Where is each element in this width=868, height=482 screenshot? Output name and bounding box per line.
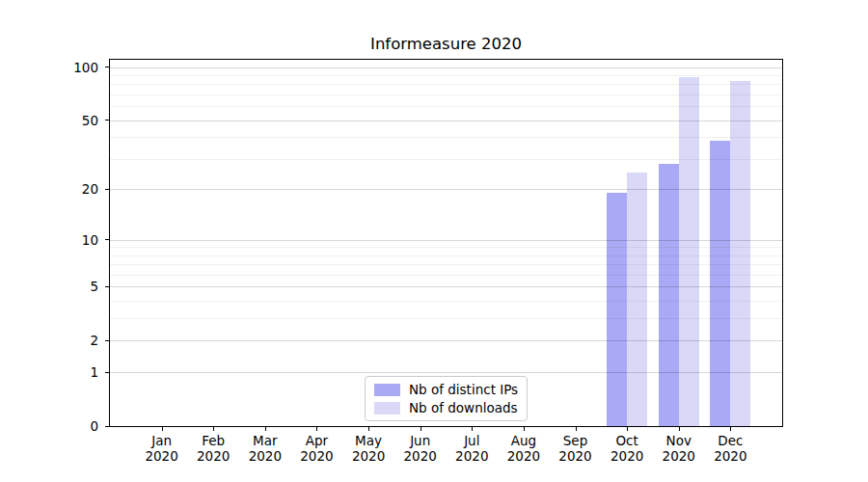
x-tick-label-jun: Jun 2020: [393, 433, 448, 464]
y-tick-mark: [105, 340, 109, 341]
nb-of-distinct-ips-bar-nov: [659, 164, 679, 426]
x-tick-label-apr: Apr 2020: [289, 433, 343, 464]
y-tick-mark: [105, 120, 109, 120]
x-tick-mark: [524, 427, 525, 431]
x-tick-mark: [472, 427, 473, 431]
x-tick-mark: [576, 427, 577, 431]
x-tick-label-may: May 2020: [341, 433, 395, 464]
x-tick-label-aug: Aug 2020: [497, 433, 551, 464]
legend: Nb of distinct IPsNb of downloads: [365, 376, 528, 421]
x-tick-label-feb: Feb 2020: [186, 433, 240, 464]
y-tick-mark: [105, 189, 109, 190]
x-tick-label-mar: Mar 2020: [238, 433, 292, 464]
x-tick-mark: [368, 427, 369, 431]
legend-label: Nb of downloads: [409, 400, 518, 415]
x-tick-mark: [162, 427, 163, 431]
y-tick-label: 5: [48, 279, 98, 294]
plot-area: Nb of distinct IPsNb of downloads: [109, 59, 783, 427]
y-tick-label: 20: [48, 181, 98, 197]
y-tick-label: 50: [48, 113, 98, 128]
x-tick-label-nov: Nov 2020: [652, 433, 706, 464]
y-tick-mark: [105, 372, 109, 373]
x-tick-mark: [730, 427, 731, 431]
x-tick-label-jan: Jan 2020: [135, 433, 189, 464]
x-tick-label-oct: Oct 2020: [600, 433, 654, 464]
x-tick-label-jul: Jul 2020: [445, 433, 499, 464]
x-tick-mark: [420, 427, 421, 431]
y-tick-mark: [105, 426, 109, 427]
x-tick-label-sep: Sep 2020: [549, 433, 603, 464]
legend-color-patch: [374, 384, 400, 396]
plot-canvas: [110, 60, 782, 426]
legend-item-nb-of-distinct-ips: Nb of distinct IPs: [374, 382, 518, 397]
x-tick-mark: [213, 427, 214, 431]
chart-figure: Informeasure 2020 Nb of distinct IPsNb o…: [0, 0, 868, 482]
legend-label: Nb of distinct IPs: [409, 382, 518, 397]
y-tick-label: 2: [48, 333, 98, 348]
chart-title: Informeasure 2020: [109, 35, 783, 54]
nb-of-distinct-ips-bar-oct: [607, 193, 627, 426]
x-tick-mark: [679, 427, 680, 431]
x-tick-mark: [627, 427, 628, 431]
y-tick-label: 1: [48, 364, 98, 380]
nb-of-distinct-ips-bar-dec: [710, 141, 730, 426]
legend-item-nb-of-downloads: Nb of downloads: [374, 400, 518, 415]
y-tick-label: 10: [48, 232, 98, 248]
y-tick-mark: [105, 239, 109, 240]
y-tick-label: 0: [48, 418, 98, 434]
y-tick-mark: [105, 286, 109, 287]
y-tick-label: 100: [48, 60, 98, 75]
nb-of-downloads-bar-nov: [679, 77, 699, 426]
x-tick-mark: [265, 427, 266, 431]
gridline-major: [110, 67, 782, 68]
legend-color-patch: [374, 402, 400, 415]
x-tick-mark: [316, 427, 317, 431]
x-tick-label-dec: Dec 2020: [703, 433, 757, 464]
y-tick-mark: [105, 67, 109, 67]
nb-of-downloads-bar-dec: [730, 81, 750, 426]
nb-of-downloads-bar-oct: [627, 173, 647, 426]
